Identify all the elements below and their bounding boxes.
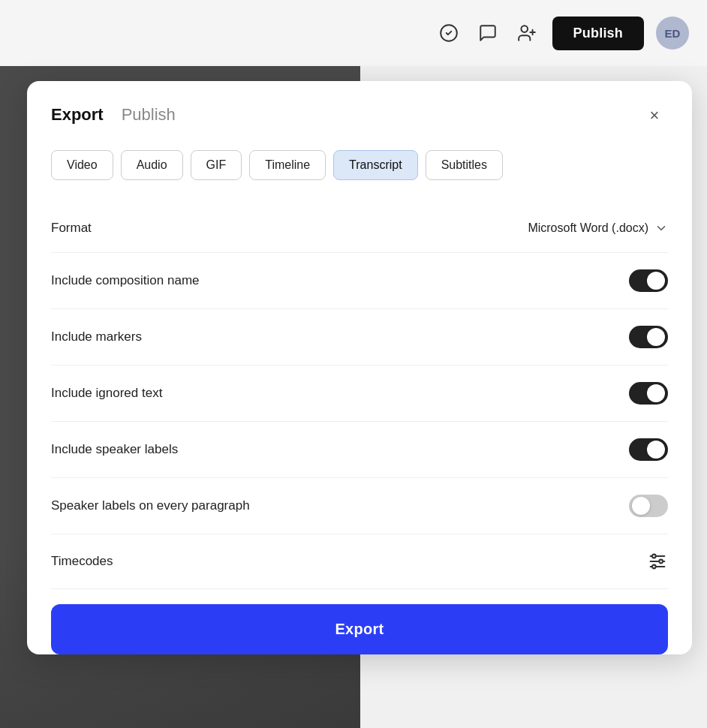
toggle-knob-composition-name — [647, 272, 665, 290]
option-label-timecodes: Timecodes — [51, 554, 113, 569]
publish-button[interactable]: Publish — [552, 17, 644, 50]
toggle-knob-markers — [647, 328, 665, 346]
timecodes-settings-icon[interactable] — [647, 551, 668, 572]
type-tab-row: Video Audio GIF Timeline Transcript Subt… — [27, 144, 692, 198]
format-selector[interactable]: Microsoft Word (.docx) — [528, 221, 668, 235]
option-label-composition-name: Include composition name — [51, 273, 200, 288]
option-label-markers: Include markers — [51, 329, 142, 344]
svg-point-1 — [521, 26, 528, 32]
option-timecodes: Timecodes — [51, 534, 668, 589]
tab-audio[interactable]: Audio — [121, 150, 183, 180]
svg-point-7 — [652, 555, 656, 558]
comment-icon[interactable] — [474, 20, 501, 47]
toggle-knob-ignored-text — [647, 384, 665, 402]
svg-point-8 — [659, 560, 663, 564]
export-dialog: Export Publish × Video Audio GIF Timelin… — [27, 81, 692, 654]
toggle-knob-speaker-labels-paragraph — [632, 497, 650, 515]
format-value: Microsoft Word (.docx) — [528, 221, 648, 235]
option-speaker-labels: Include speaker labels — [51, 422, 668, 478]
toggle-ignored-text[interactable] — [629, 382, 668, 405]
modal-overlay: Export Publish × Video Audio GIF Timelin… — [0, 66, 707, 728]
export-button-row: Export — [51, 589, 668, 654]
toggle-markers[interactable] — [629, 326, 668, 348]
option-ignored-text: Include ignored text — [51, 366, 668, 422]
tab-timeline[interactable]: Timeline — [249, 150, 326, 180]
top-bar: Publish ED — [0, 0, 707, 66]
toggle-composition-name[interactable] — [629, 269, 668, 292]
toggle-knob-speaker-labels — [647, 441, 665, 459]
format-row: Format Microsoft Word (.docx) — [51, 204, 668, 253]
toggle-speaker-labels-paragraph[interactable] — [629, 495, 668, 517]
chevron-down-icon — [654, 221, 668, 235]
option-label-speaker-labels: Include speaker labels — [51, 442, 178, 457]
close-button[interactable]: × — [641, 102, 668, 129]
tab-publish[interactable]: Publish — [122, 105, 176, 126]
avatar[interactable]: ED — [656, 17, 689, 50]
svg-point-9 — [652, 565, 656, 569]
dialog-header: Export Publish × — [27, 81, 692, 144]
export-button[interactable]: Export — [51, 604, 668, 654]
option-speaker-labels-paragraph: Speaker labels on every paragraph — [51, 478, 668, 534]
check-circle-icon[interactable] — [435, 20, 462, 47]
tab-transcript[interactable]: Transcript — [333, 150, 418, 180]
tab-subtitles[interactable]: Subtitles — [426, 150, 503, 180]
option-composition-name: Include composition name — [51, 253, 668, 309]
dialog-body: Format Microsoft Word (.docx) Include co… — [27, 198, 692, 654]
option-markers: Include markers — [51, 309, 668, 366]
option-label-speaker-labels-paragraph: Speaker labels on every paragraph — [51, 498, 250, 513]
tab-gif[interactable]: GIF — [191, 150, 242, 180]
tab-video[interactable]: Video — [51, 150, 113, 180]
add-user-icon[interactable] — [513, 20, 540, 47]
toggle-speaker-labels[interactable] — [629, 438, 668, 461]
option-label-ignored-text: Include ignored text — [51, 386, 162, 401]
tab-export[interactable]: Export — [51, 105, 104, 126]
format-label: Format — [51, 221, 92, 236]
